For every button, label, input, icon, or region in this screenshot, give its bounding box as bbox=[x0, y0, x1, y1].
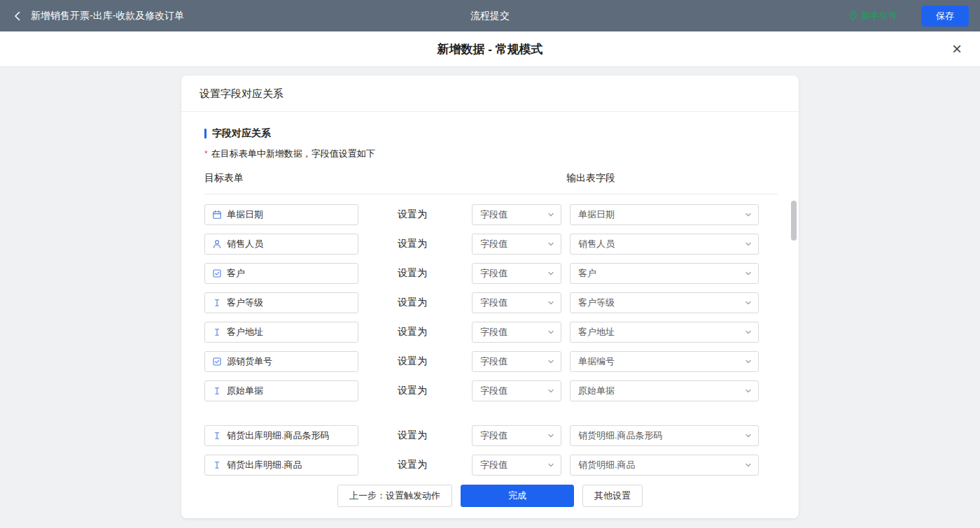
target-field-label: 原始单据 bbox=[227, 385, 263, 397]
text-icon bbox=[212, 431, 222, 441]
scrollbar-thumb[interactable] bbox=[791, 201, 797, 241]
value-mode-select[interactable]: 字段值 bbox=[472, 351, 561, 372]
field-mapping-row: 客户地址 设置为 字段值 客户地址 bbox=[204, 322, 778, 343]
flow-title: 新增销售开票-出库-收款及修改订单 bbox=[31, 10, 184, 22]
set-as-label: 设置为 bbox=[398, 429, 428, 442]
output-field-selected: 客户 bbox=[578, 267, 596, 280]
output-field-select[interactable]: 销货明细.商品 bbox=[570, 455, 759, 476]
target-field-label: 客户等级 bbox=[227, 297, 263, 309]
set-as-label: 设置为 bbox=[398, 385, 428, 397]
done-button[interactable]: 完成 bbox=[461, 485, 574, 507]
checkbox-icon bbox=[212, 357, 222, 366]
value-mode-select[interactable]: 字段值 bbox=[472, 263, 561, 284]
value-mode-select[interactable]: 字段值 bbox=[472, 425, 561, 446]
set-as-label: 设置为 bbox=[398, 355, 428, 368]
chevron-down-icon bbox=[745, 329, 752, 336]
panel-body: 字段对应关系 * 在目标表单中新增数据，字段值设置如下 目标表单 输出表字段 单… bbox=[181, 112, 799, 487]
chevron-down-icon bbox=[547, 299, 554, 306]
target-field-box: 客户 bbox=[204, 263, 358, 284]
output-field-select[interactable]: 单据日期 bbox=[570, 204, 759, 225]
section-title-label: 字段对应关系 bbox=[212, 127, 271, 140]
value-mode-selected: 字段值 bbox=[480, 429, 507, 442]
beginner-guide-link[interactable]: 新手引导 bbox=[848, 10, 897, 22]
value-mode-selected: 字段值 bbox=[480, 297, 507, 309]
target-field-box: 原始单据 bbox=[204, 380, 358, 401]
close-icon[interactable]: × bbox=[952, 41, 962, 57]
target-field-box: 客户等级 bbox=[204, 292, 358, 313]
value-mode-select[interactable]: 字段值 bbox=[472, 455, 561, 476]
field-mapping-row: 销售人员 设置为 字段值 销售人员 bbox=[204, 234, 778, 255]
field-mapping-row: 销货出库明细.商品条形码 设置为 字段值 销货明细.商品条形码 bbox=[204, 425, 778, 446]
field-mapping-row: 源销货单号 设置为 字段值 单据编号 bbox=[204, 351, 778, 372]
value-mode-select[interactable]: 字段值 bbox=[472, 234, 561, 255]
chevron-down-icon bbox=[745, 432, 752, 439]
output-field-select[interactable]: 客户等级 bbox=[570, 292, 759, 313]
target-field-label: 客户地址 bbox=[227, 326, 263, 338]
value-mode-selected: 字段值 bbox=[480, 208, 507, 221]
target-field-box: 销售人员 bbox=[204, 234, 358, 255]
back-icon[interactable] bbox=[11, 10, 24, 22]
target-field-label: 单据日期 bbox=[227, 208, 263, 221]
column-headers: 目标表单 输出表字段 bbox=[204, 172, 778, 194]
value-mode-selected: 字段值 bbox=[480, 355, 507, 368]
location-pin-icon bbox=[848, 10, 858, 21]
chevron-down-icon bbox=[547, 270, 554, 277]
output-field-selected: 原始单据 bbox=[578, 385, 615, 397]
output-field-select[interactable]: 销售人员 bbox=[570, 234, 759, 255]
value-mode-selected: 字段值 bbox=[480, 238, 507, 250]
set-as-label: 设置为 bbox=[398, 238, 428, 250]
target-field-box: 销货出库明细.商品条形码 bbox=[204, 425, 358, 446]
output-field-select[interactable]: 销货明细.商品条形码 bbox=[570, 425, 759, 446]
output-field-select[interactable]: 原始单据 bbox=[570, 380, 759, 401]
value-mode-select[interactable]: 字段值 bbox=[472, 204, 561, 225]
topbar-right: 新手引导 保存 bbox=[848, 6, 969, 27]
output-field-selected: 客户等级 bbox=[578, 297, 615, 309]
value-mode-select[interactable]: 字段值 bbox=[472, 292, 561, 313]
other-settings-button[interactable]: 其他设置 bbox=[582, 485, 643, 507]
chevron-down-icon bbox=[547, 387, 554, 394]
target-field-box: 销货出库明细.商品 bbox=[204, 455, 358, 476]
chevron-down-icon bbox=[745, 462, 752, 469]
value-mode-selected: 字段值 bbox=[480, 385, 507, 397]
text-icon bbox=[212, 327, 222, 337]
topbar: 新增销售开票-出库-收款及修改订单 流程提交 新手引导 保存 bbox=[0, 0, 980, 31]
chevron-down-icon bbox=[745, 358, 752, 365]
output-field-select[interactable]: 客户地址 bbox=[570, 322, 759, 343]
target-field-label: 销售人员 bbox=[227, 238, 263, 250]
column-header-target-form: 目标表单 bbox=[204, 172, 244, 183]
target-field-label: 客户 bbox=[227, 267, 245, 280]
chevron-down-icon bbox=[745, 270, 752, 277]
chevron-down-icon bbox=[547, 432, 554, 439]
save-button[interactable]: 保存 bbox=[921, 6, 969, 27]
output-field-selected: 客户地址 bbox=[578, 326, 615, 338]
chevron-down-icon bbox=[547, 211, 554, 218]
field-mapping-row: 原始单据 设置为 字段值 原始单据 bbox=[204, 380, 778, 401]
prev-step-button[interactable]: 上一步：设置触发动作 bbox=[337, 485, 452, 507]
workspace: 设置字段对应关系 字段对应关系 * 在目标表单中新增数据，字段值设置如下 目标表… bbox=[0, 66, 980, 528]
chevron-down-icon bbox=[547, 358, 554, 365]
target-field-box: 客户地址 bbox=[204, 322, 358, 343]
chevron-down-icon bbox=[745, 387, 752, 394]
output-field-select[interactable]: 客户 bbox=[570, 263, 759, 284]
output-field-select[interactable]: 单据编号 bbox=[570, 351, 759, 372]
text-icon bbox=[212, 460, 222, 470]
value-mode-select[interactable]: 字段值 bbox=[472, 322, 561, 343]
set-as-label: 设置为 bbox=[398, 208, 428, 221]
set-as-label: 设置为 bbox=[398, 459, 428, 471]
required-asterisk: * bbox=[204, 149, 208, 159]
output-field-selected: 单据编号 bbox=[578, 355, 615, 368]
chevron-down-icon bbox=[745, 241, 752, 248]
value-mode-select[interactable]: 字段值 bbox=[472, 380, 561, 401]
person-icon bbox=[212, 239, 222, 249]
section-accent-bar bbox=[204, 129, 206, 138]
modal-header: 新增数据 - 常规模式 × bbox=[0, 31, 980, 66]
text-icon bbox=[212, 386, 222, 396]
chevron-down-icon bbox=[547, 329, 554, 336]
required-note-text: 在目标表单中新增数据，字段值设置如下 bbox=[211, 148, 375, 160]
checkbox-icon bbox=[212, 269, 222, 278]
field-mapping-row: 销货出库明细.商品 设置为 字段值 销货明细.商品 bbox=[204, 455, 778, 476]
target-field-box: 单据日期 bbox=[204, 204, 358, 225]
field-mapping-panel: 设置字段对应关系 字段对应关系 * 在目标表单中新增数据，字段值设置如下 目标表… bbox=[181, 76, 799, 518]
set-as-label: 设置为 bbox=[398, 267, 428, 280]
field-mapping-row: 客户 设置为 字段值 客户 bbox=[204, 263, 778, 284]
